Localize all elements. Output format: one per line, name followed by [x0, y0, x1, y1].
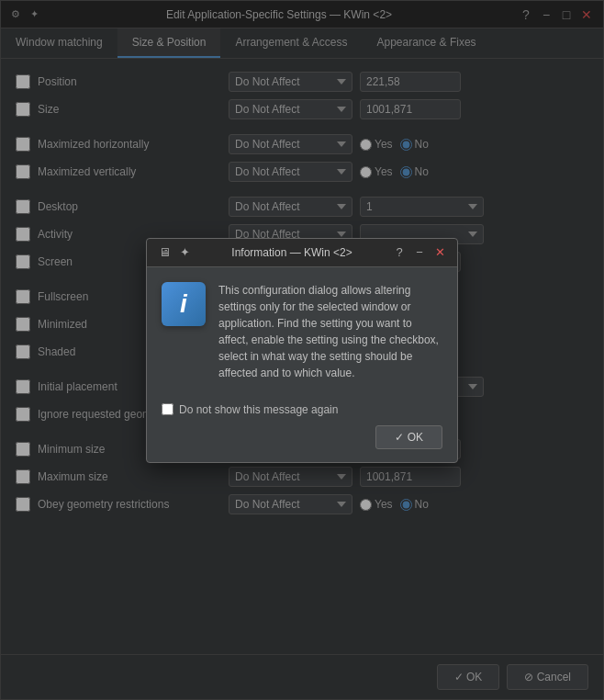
dialog-ok-row: ✓ OK: [162, 425, 442, 449]
dialog-body: i This configuration dialog allows alter…: [147, 267, 457, 396]
dialog-minimize-button[interactable]: −: [411, 244, 428, 261]
dialog-overlay: 🖥 ✦ Information — KWin <2> ? − ✕ i This …: [0, 0, 604, 700]
dialog-title-left-icons: 🖥 ✦: [156, 244, 193, 261]
dialog-title: Information — KWin <2>: [193, 246, 391, 259]
info-icon-box: i: [162, 282, 206, 326]
dialog-pin-icon[interactable]: ✦: [176, 244, 193, 261]
info-body-text: This configuration dialog allows alterin…: [218, 282, 442, 381]
dont-show-row: Do not show this message again: [162, 403, 442, 416]
info-icon-letter: i: [180, 289, 187, 319]
dialog-ok-button[interactable]: ✓ OK: [375, 425, 442, 449]
dont-show-label: Do not show this message again: [179, 403, 338, 416]
dialog-close-button[interactable]: ✕: [431, 244, 448, 261]
dont-show-checkbox[interactable]: [162, 403, 173, 415]
dialog-help-button[interactable]: ?: [391, 244, 408, 261]
dialog-title-right-icons: ? − ✕: [391, 244, 448, 261]
info-dialog: 🖥 ✦ Information — KWin <2> ? − ✕ i This …: [146, 238, 458, 463]
dialog-footer: Do not show this message again ✓ OK: [147, 396, 457, 462]
dialog-title-bar: 🖥 ✦ Information — KWin <2> ? − ✕: [147, 239, 457, 267]
dialog-app-icon: 🖥: [156, 244, 173, 261]
